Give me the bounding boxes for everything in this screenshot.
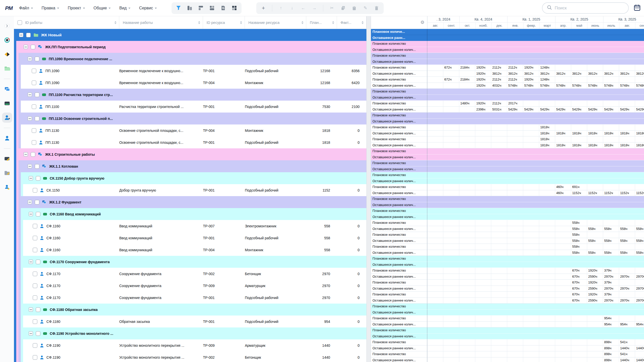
row-checkbox[interactable]: [32, 81, 36, 85]
grid-dark-icon[interactable]: [232, 6, 237, 11]
sort-icon[interactable]: [240, 21, 242, 24]
row-checkbox[interactable]: [35, 116, 39, 121]
arrow-left-icon[interactable]: ←: [301, 6, 306, 11]
work-row[interactable]: СФ.1160Ввод коммуникацийТР-001Подсобный …: [14, 232, 366, 244]
menu-item-5[interactable]: Вид: [119, 6, 130, 10]
work-row[interactable]: ПП.1090Временное подключение к воздушно.…: [14, 65, 366, 77]
group-row[interactable]: ЖК.1.2 Фундамент: [14, 196, 366, 208]
row-checkbox[interactable]: [32, 128, 36, 133]
panel-top-icon[interactable]: [198, 6, 204, 11]
work-row[interactable]: СФ.1170Сооружение фундаментаТР-009Армату…: [14, 280, 366, 292]
row-checkbox[interactable]: [35, 200, 39, 204]
row-checkbox[interactable]: [33, 284, 37, 288]
collapse-toggle[interactable]: [28, 200, 32, 204]
collapse-toggle[interactable]: [28, 57, 32, 61]
work-row[interactable]: ПП.1130Освоение строительной площадки, с…: [14, 124, 366, 136]
group-row[interactable]: ЖК.ПП Подготовительный период: [14, 41, 366, 53]
sort-icon[interactable]: [198, 21, 200, 24]
panel-left-icon[interactable]: [187, 6, 192, 11]
row-checkbox[interactable]: [36, 260, 40, 264]
group-row[interactable]: СФ.1180 Обратная засыпка: [14, 304, 366, 316]
copy-icon[interactable]: [341, 6, 346, 11]
group-row[interactable]: СФ.1190 Устройство монолитного ...: [14, 327, 366, 339]
row-checkbox[interactable]: [36, 307, 40, 312]
cut-icon[interactable]: ✂: [329, 6, 334, 11]
work-row[interactable]: СФ.1180Обратная засыпкаТР-001Подсобный р…: [14, 316, 366, 327]
row-checkbox[interactable]: [36, 176, 40, 181]
row-checkbox[interactable]: [32, 69, 36, 73]
sort-icon[interactable]: [332, 21, 334, 24]
work-row[interactable]: ПП.1130Освоение строительной площадки, с…: [14, 136, 366, 148]
work-row[interactable]: ПП.1090Временное подключение к воздушно.…: [14, 77, 366, 89]
work-row[interactable]: СФ.1170Сооружение фундаментаТР-001Подсоб…: [14, 292, 366, 304]
select-all-checkbox[interactable]: [18, 20, 22, 25]
sidebar-item-edit-folder-icon[interactable]: [2, 168, 12, 178]
collapse-toggle[interactable]: [29, 212, 33, 216]
arrow-down-icon[interactable]: ↓: [290, 6, 295, 11]
row-checkbox[interactable]: [26, 33, 31, 37]
sidebar-item-edit-card-icon[interactable]: [2, 154, 12, 164]
collapse-toggle[interactable]: [28, 92, 32, 97]
group-row[interactable]: ПП.1090 Временное подключение ...: [14, 53, 366, 65]
sidebar-item-card-green-icon[interactable]: [2, 98, 12, 108]
sort-icon[interactable]: [114, 21, 116, 24]
collapse-toggle[interactable]: [24, 152, 28, 156]
menu-item-4[interactable]: Общие: [94, 6, 111, 10]
paste-icon[interactable]: [352, 6, 357, 11]
group-row[interactable]: ЖК.1 Строительные работы: [14, 148, 366, 160]
collapse-toggle[interactable]: [29, 331, 33, 336]
sidebar-item-user-dot-icon[interactable]: [2, 182, 12, 192]
row-checkbox[interactable]: [33, 188, 37, 193]
project-row[interactable]: ЖК Новый: [14, 29, 366, 41]
sidebar-item-diamond-icon[interactable]: [2, 49, 12, 59]
row-checkbox[interactable]: [33, 236, 37, 240]
row-checkbox[interactable]: [33, 295, 37, 300]
row-checkbox[interactable]: [33, 343, 37, 348]
filter-icon[interactable]: [176, 6, 181, 11]
menu-item-1[interactable]: Файл: [19, 6, 33, 10]
arrow-right-icon[interactable]: →: [312, 6, 317, 11]
row-checkbox[interactable]: [33, 319, 37, 324]
sidebar-item-windows-icon[interactable]: [2, 84, 12, 94]
row-checkbox[interactable]: [31, 45, 35, 49]
row-checkbox[interactable]: [33, 355, 37, 360]
menu-item-6[interactable]: Сервис: [139, 6, 157, 10]
row-checkbox[interactable]: [32, 140, 36, 145]
row-checkbox[interactable]: [33, 248, 37, 252]
menu-item-2[interactable]: Правка: [42, 6, 59, 10]
group-row[interactable]: ЖК.1.1 Котлован: [14, 160, 366, 172]
panel-grid-icon[interactable]: [210, 6, 215, 11]
trash-icon[interactable]: [374, 6, 379, 11]
work-row[interactable]: СФ.1160Ввод коммуникацийТР-007Электромон…: [14, 220, 366, 232]
sort-icon[interactable]: [301, 21, 303, 24]
group-row[interactable]: ПП.1130 Освоение строительной п...: [14, 113, 366, 124]
row-checkbox[interactable]: [31, 152, 35, 157]
sidebar-item-chevron-right-icon[interactable]: [2, 21, 12, 31]
work-row[interactable]: СФ.1190Устройство монолитного перекрытия…: [14, 351, 366, 362]
row-checkbox[interactable]: [35, 92, 39, 97]
collapse-toggle[interactable]: [19, 33, 23, 37]
work-row[interactable]: СК.1150Добор грунта вручнуюТР-001Подсобн…: [14, 184, 366, 196]
collapse-toggle[interactable]: [28, 164, 32, 168]
work-row[interactable]: ПП.1100Расчистка территории строительной…: [14, 101, 366, 113]
gear-icon[interactable]: ⚙: [420, 20, 425, 25]
sidebar-item-lens-icon[interactable]: [2, 35, 12, 45]
collapse-toggle[interactable]: [28, 116, 32, 121]
row-checkbox[interactable]: [35, 164, 39, 169]
sidebar-item-user-icon[interactable]: [2, 133, 12, 143]
work-row[interactable]: СФ.1190Устройство монолитного перекрытия…: [14, 339, 366, 351]
panel-splitter[interactable]: [366, 16, 371, 362]
row-checkbox[interactable]: [36, 331, 40, 336]
work-row[interactable]: СФ.1160Ввод коммуникацийТР-004Монтажник5…: [14, 244, 366, 256]
collapse-toggle[interactable]: [29, 307, 33, 312]
arrow-up-icon[interactable]: ↑: [278, 6, 283, 11]
collapse-toggle[interactable]: [29, 176, 33, 180]
calendar-icon[interactable]: [634, 4, 640, 12]
sort-icon[interactable]: [362, 21, 364, 24]
menu-item-3[interactable]: Проект: [68, 6, 85, 10]
add-icon[interactable]: +: [261, 6, 266, 11]
edit-icon[interactable]: ✎: [363, 6, 368, 11]
collapse-toggle[interactable]: [29, 260, 33, 264]
row-checkbox[interactable]: [36, 212, 40, 216]
row-checkbox[interactable]: [35, 57, 39, 61]
